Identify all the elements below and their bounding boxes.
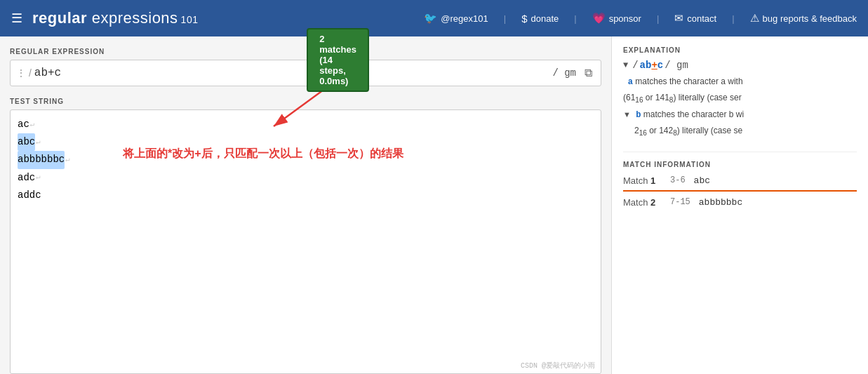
nav-divider-2: | [574, 13, 576, 24]
match-value-2: abbbbbbc [699, 197, 742, 208]
watermark: CSDN @爱敲代码的小雨 [521, 361, 595, 370]
regex-delimiter-drag[interactable]: ⋮ / [16, 67, 32, 79]
twitter-icon: 🐦 [424, 12, 437, 25]
test-label: TEST STRING [10, 98, 601, 105]
match-num-1: 1 [650, 175, 655, 186]
explanation-section: EXPLANATION ▼ / ab+c / gm a matches the … [623, 46, 857, 142]
nav-sponsor-label: sponsor [609, 13, 641, 24]
test-text-4: adc [18, 169, 35, 187]
menu-icon[interactable]: ☰ [11, 11, 22, 26]
nav-contact-label: contact [687, 13, 716, 24]
test-line-1: ac↵ [18, 116, 594, 133]
match-highlight-2: abbbbbbc [18, 151, 65, 168]
regex-label: REGULAR EXPRESSION [10, 48, 601, 55]
test-text-5: addc [18, 187, 41, 204]
explanation-body: a matches the character a with (6116 or … [623, 75, 857, 139]
regex-input-row: ⋮ / / gm ⧉ [10, 60, 601, 86]
right-panel: EXPLANATION ▼ / ab+c / gm a matches the … [612, 36, 868, 374]
exp-regex-code: ab+c [640, 60, 664, 71]
cr-3: ↵ [65, 153, 70, 167]
test-string-area[interactable]: ac↵ abc↵ abbbbbbc↵ adc↵ addc [10, 109, 601, 374]
mail-icon: ✉ [674, 12, 683, 25]
match-row-2[interactable]: Match 2 7-15 abbbbbbc [623, 197, 857, 213]
logo-expressions: expressions [87, 9, 178, 27]
nav-donate-label: donate [530, 13, 559, 24]
nav-divider-4: | [732, 13, 734, 24]
exp-slash-2: / gm [665, 60, 688, 71]
nav-contact[interactable]: ✉ contact [674, 12, 716, 25]
site-logo[interactable]: regular expressions101 [32, 9, 198, 27]
top-nav: 🐦 @regex101 | $ donate | 💗 sponsor | ✉ c… [424, 12, 857, 25]
exp-item-4: 216 or 1428) literally (case se [634, 124, 857, 138]
exp-code-a: a [628, 77, 633, 87]
test-line-4: adc↵ [18, 169, 594, 187]
logo-num: 101 [181, 14, 199, 25]
nav-bug-reports[interactable]: ⚠ bug reports & feedback [750, 12, 857, 25]
nav-divider-1: | [504, 13, 506, 24]
main-layout: REGULAR EXPRESSION ⋮ / / gm ⧉ 2 matches … [0, 36, 868, 374]
warning-icon: ⚠ [750, 12, 759, 25]
exp-collapse-arrow[interactable]: ▼ [623, 60, 628, 70]
match-range-2: 7-15 [670, 197, 690, 207]
nav-divider-3: | [657, 13, 659, 24]
explanation-title: EXPLANATION [623, 46, 857, 54]
left-panel: REGULAR EXPRESSION ⋮ / / gm ⧉ 2 matches … [0, 36, 612, 374]
header: ☰ regular expressions101 🐦 @regex101 | $… [0, 0, 868, 36]
regex-section: REGULAR EXPRESSION ⋮ / / gm ⧉ 2 matches … [0, 36, 611, 92]
match-highlight-1: abc [18, 133, 35, 151]
cr-4: ↵ [36, 171, 41, 185]
match-range-1: 3-6 [670, 175, 686, 185]
copy-button[interactable]: ⧉ [582, 65, 595, 81]
match-info-title: MATCH INFORMATION [623, 152, 857, 168]
match-row-1[interactable]: Match 1 3-6 abc [623, 175, 857, 192]
explanation-regex: ▼ / ab+c / gm [623, 60, 857, 71]
cr-2: ↵ [36, 135, 41, 149]
test-section: TEST STRING ac↵ abc↵ abbbbbbc↵ adc↵ [0, 92, 611, 374]
annotation-text: 将上面的*改为+后，只匹配一次以上（包括一次）的结果 [123, 147, 403, 161]
nav-sponsor[interactable]: 💗 sponsor [592, 12, 641, 25]
exp-item-1: a matches the character a with [623, 75, 857, 88]
dollar-icon: $ [521, 13, 527, 25]
match-badge: 2 matches (14 steps, 0.0ms) [307, 28, 369, 92]
logo-regular: regular [32, 9, 87, 27]
regex-input[interactable] [34, 67, 553, 79]
regex-flags: / gm [552, 67, 576, 79]
exp-item-2: (6116 or 1418) literally (case ser [623, 91, 857, 105]
cr-1: ↵ [30, 118, 35, 132]
match-label-2: Match 2 [623, 197, 662, 208]
nav-donate[interactable]: $ donate [521, 13, 559, 25]
exp-code-b: b [636, 110, 641, 120]
nav-bug-reports-label: bug reports & feedback [763, 13, 857, 24]
test-line-5: addc [18, 187, 594, 204]
exp-b-collapse[interactable]: ▼ [623, 110, 631, 119]
exp-slash-1: / [632, 60, 638, 71]
nav-twitter-label: @regex101 [441, 13, 488, 24]
test-text-1: ac [18, 116, 29, 133]
nav-twitter[interactable]: 🐦 @regex101 [424, 12, 488, 25]
exp-item-3: ▼ b matches the character b wi [623, 108, 857, 121]
match-label-1: Match 1 [623, 175, 662, 186]
match-value-1: abc [694, 175, 710, 186]
match-info-section: MATCH INFORMATION Match 1 3-6 abc Match … [623, 152, 857, 219]
heart-icon: 💗 [592, 12, 606, 25]
match-num-2: 2 [650, 197, 655, 208]
